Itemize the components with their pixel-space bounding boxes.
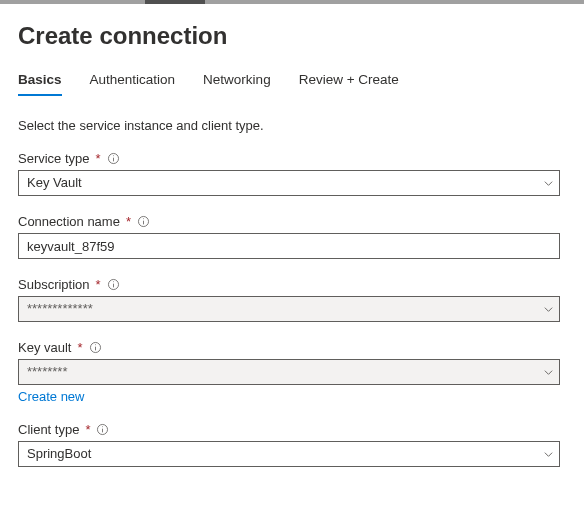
field-key-vault: Key vault * ******** Create new — [18, 340, 560, 404]
svg-point-13 — [95, 344, 96, 345]
label-key-vault: Key vault — [18, 340, 71, 355]
info-icon[interactable] — [137, 215, 150, 228]
service-type-value: Key Vault — [18, 170, 560, 196]
field-service-type: Service type * Key Vault — [18, 151, 560, 196]
close-button[interactable] — [532, 24, 560, 52]
client-type-select[interactable]: SpringBoot — [18, 441, 560, 467]
tab-label: Networking — [203, 72, 271, 87]
connection-name-input[interactable] — [18, 233, 560, 259]
service-type-select[interactable]: Key Vault — [18, 170, 560, 196]
svg-point-4 — [113, 155, 114, 156]
tab-bar: Basics Authentication Networking Review … — [18, 68, 560, 96]
required-asterisk: * — [85, 422, 90, 437]
instruction-text: Select the service instance and client t… — [18, 118, 560, 133]
create-new-link[interactable]: Create new — [18, 389, 84, 404]
info-icon[interactable] — [107, 152, 120, 165]
required-asterisk: * — [126, 214, 131, 229]
tab-networking[interactable]: Networking — [203, 68, 271, 95]
tab-basics[interactable]: Basics — [18, 68, 62, 95]
label-service-type: Service type — [18, 151, 90, 166]
field-client-type: Client type * SpringBoot — [18, 422, 560, 467]
svg-point-7 — [143, 218, 144, 219]
subscription-value: ************* — [18, 296, 560, 322]
client-type-value: SpringBoot — [18, 441, 560, 467]
info-icon[interactable] — [96, 423, 109, 436]
create-connection-panel: Create connection Basics Authentication … — [0, 4, 584, 467]
key-vault-value: ******** — [18, 359, 560, 385]
field-subscription: Subscription * ************* — [18, 277, 560, 322]
required-asterisk: * — [96, 277, 101, 292]
label-client-type: Client type — [18, 422, 79, 437]
tab-review-create[interactable]: Review + Create — [299, 68, 399, 95]
tab-label: Basics — [18, 72, 62, 87]
label-subscription: Subscription — [18, 277, 90, 292]
tab-label: Authentication — [90, 72, 176, 87]
info-icon[interactable] — [107, 278, 120, 291]
label-connection-name: Connection name — [18, 214, 120, 229]
svg-point-10 — [113, 281, 114, 282]
panel-title: Create connection — [18, 22, 227, 50]
required-asterisk: * — [96, 151, 101, 166]
field-connection-name: Connection name * — [18, 214, 560, 259]
required-asterisk: * — [77, 340, 82, 355]
tab-label: Review + Create — [299, 72, 399, 87]
key-vault-select[interactable]: ******** — [18, 359, 560, 385]
tab-authentication[interactable]: Authentication — [90, 68, 176, 95]
svg-point-16 — [102, 426, 103, 427]
info-icon[interactable] — [89, 341, 102, 354]
subscription-select[interactable]: ************* — [18, 296, 560, 322]
